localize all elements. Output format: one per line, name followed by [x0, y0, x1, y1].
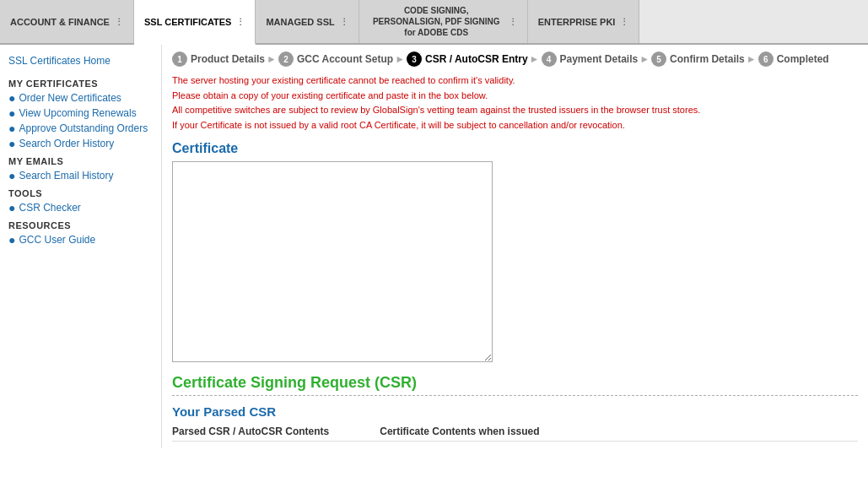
step-label-4: Payment Details: [560, 53, 639, 65]
step-label-2: GCC Account Setup: [297, 53, 393, 65]
step-num-1: 1: [172, 51, 187, 67]
wizard-sep-2: ►: [395, 53, 405, 65]
warning-line-2: Please obtain a copy of your existing ce…: [172, 89, 858, 104]
nav-icon-4: ⋮: [620, 17, 628, 26]
nav-code-signing[interactable]: CODE SIGNING, PERSONALSIGN, PDF SIGNING …: [359, 0, 528, 43]
wizard-step-3: 3 CSR / AutoCSR Entry: [407, 51, 528, 67]
parsed-csr-title: Your Parsed CSR: [172, 404, 858, 419]
wizard-step-1: 1 Product Details: [172, 51, 265, 67]
parsed-col-1: Parsed CSR / AutoCSR Contents: [172, 426, 329, 437]
step-num-4: 4: [542, 51, 557, 67]
wizard-sep-5: ►: [747, 53, 757, 65]
bullet-icon: ●: [8, 170, 15, 182]
wizard-steps: 1 Product Details ► 2 GCC Account Setup …: [172, 51, 858, 67]
nav-label: MANAGED SSL: [266, 17, 334, 27]
warning-line-4: If your Certificate is not issued by a v…: [172, 118, 858, 133]
nav-account-finance[interactable]: ACCOUNT & FINANCE ⋮: [0, 0, 134, 43]
sidebar-link-approve-outstanding[interactable]: ● Approve Outstanding Orders: [0, 121, 161, 136]
sidebar-link-order-new[interactable]: ● Order New Certificates: [0, 90, 161, 106]
bullet-icon: ●: [8, 202, 15, 214]
csr-section-title: Certificate Signing Request (CSR): [172, 374, 858, 392]
parsed-table-header: Parsed CSR / AutoCSR Contents Certificat…: [172, 426, 858, 442]
wizard-step-6: 6 Completed: [758, 51, 829, 67]
sidebar-section-resources: RESOURCES: [0, 215, 161, 232]
wizard-step-2: 2 GCC Account Setup: [278, 51, 393, 67]
step-num-5: 5: [651, 51, 666, 67]
nav-managed-ssl[interactable]: MANAGED SSL ⋮: [256, 0, 359, 43]
sidebar-link-gcc-user-guide[interactable]: ● GCC User Guide: [0, 232, 161, 247]
sidebar-link-csr-checker[interactable]: ● CSR Checker: [0, 200, 161, 215]
parsed-col-2: Certificate Contents when issued: [380, 426, 539, 437]
sidebar-section-tools: TOOLS: [0, 183, 161, 200]
bullet-icon: ●: [8, 92, 15, 104]
main-layout: SSL Certificates Home MY CERTIFICATES ● …: [0, 45, 868, 448]
nav-label: ENTERPRISE PKI: [538, 17, 616, 27]
nav-enterprise-pki[interactable]: ENTERPRISE PKI ⋮: [528, 0, 640, 43]
sidebar-section-certificates: MY CERTIFICATES: [0, 73, 161, 90]
bullet-icon: ●: [8, 138, 15, 149]
csr-divider: [172, 395, 858, 396]
step-num-2: 2: [278, 51, 294, 67]
sidebar-link-search-order[interactable]: ● Search Order History: [0, 136, 161, 151]
nav-icon-2: ⋮: [340, 17, 348, 26]
warning-message: The server hosting your existing certifi…: [172, 73, 858, 133]
warning-line-1: The server hosting your existing certifi…: [172, 73, 858, 89]
step-label-6: Completed: [777, 53, 829, 65]
nav-label: CODE SIGNING, PERSONALSIGN, PDF SIGNING …: [369, 5, 504, 38]
certificate-section-title: Certificate: [172, 141, 858, 156]
sidebar-home-link[interactable]: SSL Certificates Home: [0, 51, 161, 73]
wizard-sep-1: ►: [267, 53, 277, 65]
warning-line-3: All competitive switches are subject to …: [172, 103, 858, 118]
bullet-icon: ●: [8, 107, 15, 119]
top-navigation: ACCOUNT & FINANCE ⋮ SSL CERTIFICATES ⋮ M…: [0, 0, 868, 45]
main-content: 1 Product Details ► 2 GCC Account Setup …: [162, 45, 868, 448]
nav-label: SSL CERTIFICATES: [144, 17, 232, 27]
bullet-icon: ●: [8, 234, 15, 246]
sidebar: SSL Certificates Home MY CERTIFICATES ● …: [0, 45, 162, 448]
sidebar-link-upcoming-renewals[interactable]: ● View Upcoming Renewals: [0, 106, 161, 121]
nav-icon-1: ⋮: [236, 17, 245, 26]
sidebar-link-search-email[interactable]: ● Search Email History: [0, 168, 161, 183]
wizard-sep-3: ►: [530, 53, 540, 65]
nav-icon-3: ⋮: [509, 16, 517, 27]
certificate-textarea[interactable]: [172, 161, 493, 362]
step-num-3: 3: [407, 51, 422, 67]
bullet-icon: ●: [8, 122, 15, 134]
step-num-6: 6: [758, 51, 774, 67]
wizard-sep-4: ►: [639, 53, 650, 65]
step-label-1: Product Details: [191, 53, 265, 65]
sidebar-section-emails: MY EMAILS: [0, 151, 161, 168]
step-label-3: CSR / AutoCSR Entry: [425, 53, 528, 65]
wizard-step-5: 5 Confirm Details: [651, 51, 745, 67]
step-label-5: Confirm Details: [670, 53, 745, 65]
nav-ssl-certificates[interactable]: SSL CERTIFICATES ⋮: [134, 0, 256, 45]
nav-icon-0: ⋮: [115, 17, 123, 26]
nav-label: ACCOUNT & FINANCE: [10, 17, 110, 27]
wizard-step-4: 4 Payment Details: [542, 51, 639, 67]
